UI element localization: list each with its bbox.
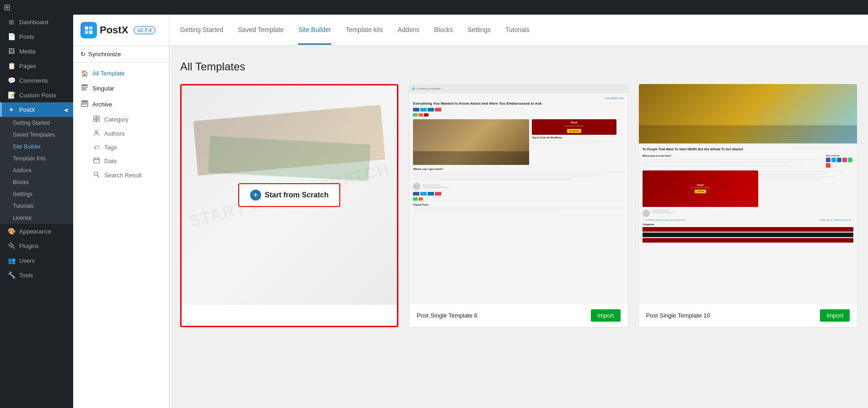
template-grid: START FROM SCRATCH + Start from Scratch <box>180 84 857 327</box>
pages-icon: 📋 <box>7 62 16 69</box>
scratch-template-card[interactable]: START FROM SCRATCH + Start from Scratch <box>180 84 398 327</box>
template-card-10-footer: Post Single Template 10 Import <box>639 303 857 327</box>
admin-bar: ⊞ 🏠 WordPress Site ↻ 3 💬 0 + New Howdy, … <box>0 0 868 15</box>
svg-point-16 <box>94 172 98 176</box>
wp-sidebar: ⊞ Dashboard 📄 Posts 🖼 Media 📋 Pages 💬 Co… <box>0 15 73 408</box>
sub-label-getting-started: Getting Started <box>13 120 50 126</box>
tab-settings[interactable]: Settings <box>467 16 491 45</box>
import-button-10[interactable]: Import <box>820 309 850 322</box>
plus-icon: + <box>250 190 261 201</box>
sub-label-tutorials: Tutorials <box>13 203 34 209</box>
sidebar-label-dashboard: Dashboard <box>19 19 48 26</box>
sidebar-label-media: Media <box>19 48 35 55</box>
svg-rect-10 <box>82 104 87 105</box>
sidebar-label-users: Users <box>19 257 35 264</box>
sidebar-item-media[interactable]: 🖼 Media <box>0 44 73 58</box>
sub-nav-item-search-result[interactable]: Search Result <box>73 168 169 182</box>
wp-logo-icon[interactable]: ⊞ <box>0 0 868 15</box>
nav-item-archive[interactable]: Archive <box>73 96 169 112</box>
import-button-6[interactable]: Import <box>591 309 621 322</box>
nav-item-all-template[interactable]: 🏠 All Template <box>73 66 169 80</box>
date-icon <box>92 157 101 165</box>
plugin-header: PostX v2.7.4 <box>73 15 169 46</box>
sidebar-item-appearance[interactable]: 🎨 Appearance <box>0 224 73 238</box>
sub-nav-item-tags[interactable]: 🏷 Tags <box>73 141 169 154</box>
plugin-nav: 🏠 All Template Singular <box>73 63 169 186</box>
sub-item-settings[interactable]: Settings <box>0 188 73 200</box>
sync-icon: ↻ <box>80 51 86 58</box>
authors-icon <box>92 130 101 138</box>
sidebar-item-tools[interactable]: 🔧 Tools <box>0 268 73 282</box>
tab-addons[interactable]: Addons <box>398 16 419 45</box>
sub-nav-item-category[interactable]: Category <box>73 112 169 127</box>
tab-site-builder[interactable]: Site Builder <box>298 16 331 45</box>
postx-submenu: Getting Started Saved Templates Site Bui… <box>0 117 73 224</box>
svg-rect-12 <box>94 158 99 163</box>
plugins-icon: 🔌 <box>7 242 16 249</box>
synchronize-button[interactable]: ↻ Synchronize <box>73 46 169 63</box>
home-nav-icon: 🏠 <box>80 70 89 77</box>
sidebar-item-posts[interactable]: 📄 Posts <box>0 29 73 44</box>
sub-nav-item-authors[interactable]: Authors <box>73 127 169 141</box>
tab-blocks[interactable]: Blocks <box>434 16 453 45</box>
version-badge: v2.7.4 <box>134 26 155 34</box>
tab-template-kits[interactable]: Template kits <box>346 16 383 45</box>
users-icon: 👥 <box>7 257 16 264</box>
tab-saved-template[interactable]: Saved Template <box>238 16 284 45</box>
start-from-scratch-button[interactable]: + Start from Scratch <box>238 183 341 207</box>
sidebar-item-dashboard[interactable]: ⊞ Dashboard <box>0 15 73 29</box>
svg-rect-5 <box>81 87 88 88</box>
svg-rect-4 <box>81 85 88 86</box>
sidebar-item-comments[interactable]: 💬 Comments <box>0 73 73 88</box>
template-name-10: Post Single Template 10 <box>646 312 710 319</box>
tab-tutorials[interactable]: Tutorials <box>505 16 530 45</box>
dashboard-icon: ⊞ <box>7 18 16 26</box>
sidebar-item-pages[interactable]: 📋 Pages <box>0 58 73 73</box>
main-content: Getting Started Saved Template Site Buil… <box>169 15 868 408</box>
sub-item-template-kits[interactable]: Template Kits <box>0 153 73 164</box>
svg-rect-9 <box>81 103 88 106</box>
svg-rect-8 <box>81 101 88 102</box>
sidebar-item-custom-posts[interactable]: 📝 Custom Posts <box>0 88 73 102</box>
svg-rect-2 <box>85 31 88 34</box>
postx-logo-icon <box>80 22 97 38</box>
nav-item-singular[interactable]: Singular <box>73 80 169 96</box>
sidebar-label-tools: Tools <box>19 272 33 279</box>
scratch-card-image: START FROM SCRATCH + Start from Scratch <box>182 85 397 305</box>
nav-label-archive: Archive <box>92 101 112 108</box>
sidebar-label-pages: Pages <box>19 63 36 69</box>
sub-item-getting-started[interactable]: Getting Started <box>0 117 73 129</box>
sub-item-saved-templates[interactable]: Saved Templates <box>0 129 73 141</box>
sidebar-item-plugins[interactable]: 🔌 Plugins <box>0 238 73 253</box>
sub-nav-label-category: Category <box>104 116 129 123</box>
sub-item-blocks[interactable]: Blocks <box>0 176 73 188</box>
sub-label-saved-templates: Saved Templates <box>13 132 55 138</box>
sub-label-license: License <box>13 215 32 221</box>
sidebar-item-postx[interactable]: ✦ PostX ◀ <box>0 102 73 117</box>
sidebar-label-postx: PostX <box>19 106 35 113</box>
postx-logo-text: PostX <box>100 24 128 36</box>
sub-label-settings: Settings <box>13 191 32 197</box>
tools-icon: 🔧 <box>7 271 16 279</box>
sub-nav-item-date[interactable]: Date <box>73 154 169 168</box>
template-card-10-image: To People That Want To Start NEWS But Ar… <box>639 84 857 303</box>
scratch-button-label: Start from Scratch <box>265 191 329 199</box>
tab-getting-started[interactable]: Getting Started <box>180 16 223 45</box>
sub-item-license[interactable]: License <box>0 212 73 224</box>
top-tabs: Getting Started Saved Template Site Buil… <box>169 15 868 46</box>
sub-item-addons[interactable]: Addons <box>0 164 73 176</box>
posts-icon: 📄 <box>7 33 16 40</box>
sidebar-label-custom-posts: Custom Posts <box>19 92 56 99</box>
template-card-post-single-10: To People That Want To Start NEWS But Ar… <box>639 84 857 327</box>
svg-line-17 <box>97 175 99 177</box>
comments-icon: 💬 <box>7 77 16 84</box>
sidebar-label-appearance: Appearance <box>19 228 51 235</box>
preview-title-10: To People That Want To Start NEWS But Ar… <box>643 147 853 152</box>
sub-item-site-builder[interactable]: Site Builder <box>0 141 73 153</box>
sub-nav-label-tags: Tags <box>104 144 117 151</box>
nav-label-all-template: All Template <box>92 70 125 77</box>
singular-nav-icon <box>80 84 89 93</box>
sidebar-item-users[interactable]: 👥 Users <box>0 253 73 268</box>
sub-nav-label-date: Date <box>104 158 117 164</box>
sub-item-tutorials[interactable]: Tutorials <box>0 200 73 212</box>
